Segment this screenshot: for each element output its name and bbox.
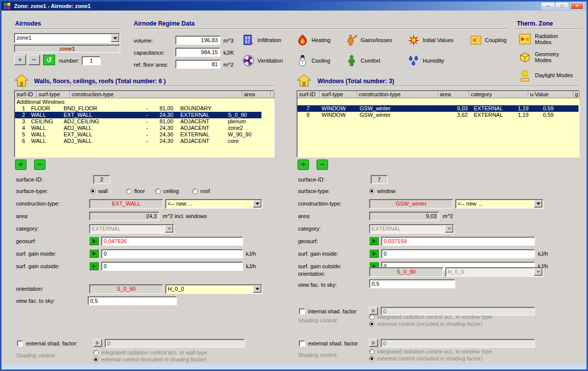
radio-window[interactable]: window [369,188,396,194]
radio-roof-circle[interactable] [192,189,198,194]
windows-column-header-g[interactable]: g [573,91,579,98]
gains-losses-button[interactable]: Gains/losses [346,34,392,46]
chevron-down-icon[interactable] [253,285,261,293]
ventilation-icon [242,55,254,67]
maximize-button[interactable]: □ [555,3,568,10]
win-internal-shad-checkbox[interactable] [299,308,305,314]
walls-table-row-4[interactable]: 4 WALL ADJ_WALL - 24,30 ADJACENT zone2 [15,125,261,131]
win-external-shad-checkbox[interactable] [299,340,305,346]
wall-gain-inside-field[interactable]: 0 [101,249,243,258]
windows-panel-divider [318,86,579,87]
walls-table-row-1[interactable]: 1 FLOOR BND_FLOOR - 81,00 BOUNDARY [15,105,261,112]
volume-field[interactable]: 196,83 [175,36,220,45]
walls-table-row-6[interactable]: 6 WALL ADJ_WALL - 24,30 ADJACENT core [15,138,261,144]
wall-gain-inside-arrow-button[interactable] [89,249,99,258]
wall-shading-radio-integrated-label: integrated radiation control acc. to wal… [101,349,207,355]
minimize-button[interactable]: ─ [541,3,554,10]
capacitance-field[interactable]: 984,15 [175,48,220,57]
chevron-down-icon[interactable] [253,200,261,208]
infiltration-button[interactable]: Infiltration [242,34,281,46]
win-construction-new-combo[interactable]: <-- new ... [455,199,543,209]
geometry-modes-button[interactable]: Geometry Modes [518,51,566,64]
windows-column-header-surf-type[interactable]: surf-type [320,91,357,98]
close-button[interactable]: ✕ [570,3,583,10]
walls-pre-row[interactable]: Additional Windows [15,99,261,105]
comfort-button[interactable]: Comfort [346,55,380,67]
pre-row-label: Additional Windows [17,99,65,105]
walls-column-header-surf-type[interactable]: surf-type [37,91,70,98]
coupling-button[interactable]: Coupling [470,34,506,46]
chevron-down-icon[interactable] [111,34,119,42]
radio-ceiling-circle[interactable] [155,189,161,194]
humidity-label: Humidity [423,58,444,64]
radio-wall[interactable]: wall [90,188,108,194]
radiation-modes-button[interactable]: Radiation Modes [518,33,566,46]
walls-table: surf-ID surf-type construction-type area… [14,90,274,157]
wall-construction-new-combo[interactable]: <-- new ... [165,199,262,209]
floor-area-field[interactable]: 81 [175,60,220,69]
windows-column-header-category[interactable]: category [469,91,528,98]
walls-table-row-3[interactable]: 3 CEILING ADJ_CEILING - 81,00 ADJACENT p… [15,118,261,125]
humidity-button[interactable]: Humidity [408,55,444,67]
wall-view-fac-field[interactable]: 0,5 [88,296,177,305]
daylight-modes-button[interactable]: Daylight Modes [518,69,579,82]
cooling-button[interactable]: Cooling [297,55,330,67]
radio-wall-circle[interactable] [90,189,96,194]
therm-zone-section-title: Therm. Zone [517,20,553,27]
walls-table-row-2-selected[interactable]: 2 WALL EXT_WALL - 24,30 EXTERNAL S_0_90 [15,112,261,118]
title-bar[interactable]: Zone: zone1 - Airnode: zone1 ─ □ ✕ [2,2,586,11]
windows-column-header-area[interactable]: area [438,91,469,98]
ventilation-button[interactable]: Ventilation [242,55,283,67]
number-label: number: [59,58,79,64]
remove-window-button[interactable]: − [317,159,328,170]
radio-window-circle[interactable] [369,189,375,194]
win-gain-inside-label: surf. gain inside: [298,251,338,257]
heating-icon [297,34,309,46]
win-geosurf-field[interactable]: 0,037159 [381,237,535,246]
walls-table-row-5[interactable]: 5 WALL EXT_WALL - 24,30 EXTERNAL W_90_90 [15,131,261,138]
windows-column-header-surf-id[interactable]: surf-ID [298,91,320,98]
add-airnode-button[interactable]: + [14,55,26,65]
radio-floor[interactable]: floor [126,188,145,194]
wall-orientation-combo[interactable]: H_0_0 [165,284,262,294]
initial-values-button[interactable]: Initial Values [408,34,454,46]
airnodes-section-title: Airnodes [15,20,41,27]
add-wall-button[interactable]: + [15,159,27,170]
airnode-select-combo[interactable]: zone1 [14,33,120,43]
wall-geosurf-label: geosurf: [16,238,36,244]
windows-table-row-8[interactable]: 8 WINDOW GSW_winter 3,62 EXTERNAL 1,19 0… [298,112,578,118]
radio-roof[interactable]: roof [192,188,210,194]
remove-wall-button[interactable]: − [34,159,46,170]
radio-ceiling[interactable]: ceiling [155,188,179,194]
app-icon [4,3,11,10]
radio-floor-circle[interactable] [126,189,132,194]
heating-button[interactable]: Heating [297,34,331,46]
win-orientation-combo[interactable]: H_0_0 [445,267,543,277]
chevron-down-icon[interactable] [534,200,542,208]
infiltration-label: Infiltration [257,37,281,43]
wall-gain-outside-field[interactable]: 0 [101,262,243,271]
add-window-button[interactable]: + [298,159,309,170]
wall-gain-outside-arrow-button[interactable] [89,262,99,270]
windows-table-row-7-selected[interactable]: 7 WINDOW GSW_winter 9,03 EXTERNAL 1,19 0… [298,105,578,112]
windows-column-header-u-value[interactable]: u-Value [528,91,573,98]
win-geosurf-arrow-button[interactable] [369,237,379,245]
walls-column-header-area[interactable]: area [242,91,271,98]
wall-external-shad-checkbox[interactable] [17,340,23,346]
win-shading-control-label-2: Shading control: [298,352,338,358]
wall-external-shad-field: 0 [105,339,245,347]
win-view-fac-field[interactable]: 0,5 [369,279,455,288]
number-field[interactable]: 1 [82,56,101,65]
remove-airnode-button[interactable]: − [28,55,40,65]
walls-column-header-surf-id[interactable]: surf-ID [15,91,37,98]
win-gain-inside-field[interactable]: 0 [381,249,535,258]
walls-column-header-filler [271,91,274,98]
wall-geosurf-arrow-button[interactable] [89,237,99,245]
chevron-down-icon[interactable] [534,268,542,276]
undo-button[interactable]: ↺ [43,55,55,65]
windows-column-header-construction-type[interactable]: construction-type [357,91,438,98]
walls-column-header-construction-type[interactable]: construction-type [70,91,242,98]
win-gain-inside-arrow-button[interactable] [369,249,379,258]
win-surface-id-value: 7 [371,175,388,184]
wall-geosurf-field[interactable]: 0,047926 [101,237,243,246]
